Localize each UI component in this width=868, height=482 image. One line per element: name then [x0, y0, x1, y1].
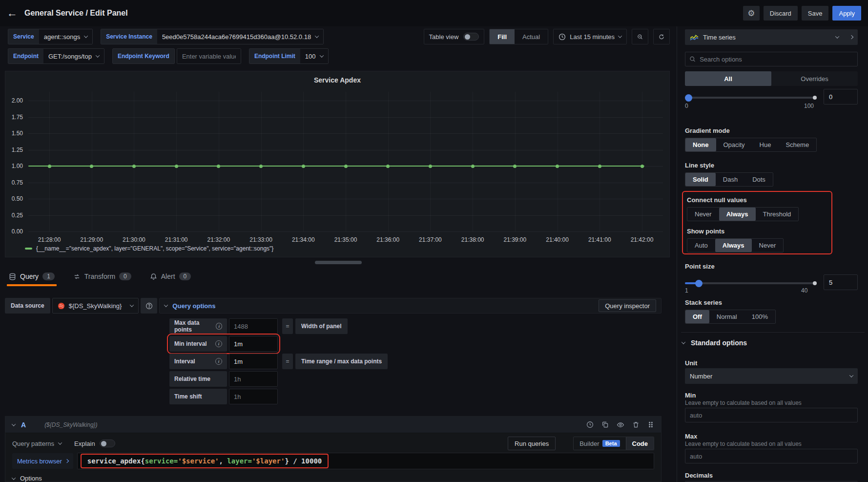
- option-opacity[interactable]: Opacity: [716, 138, 752, 151]
- endpoint-keyword-input[interactable]: [177, 48, 241, 64]
- endpoint-limit-value-dropdown[interactable]: 100: [300, 49, 328, 63]
- slider-handle[interactable]: [685, 94, 692, 102]
- promql-editor-field[interactable]: service_apdex{service='$service', layer=…: [77, 453, 654, 469]
- builder-option[interactable]: Builder Beta: [574, 437, 625, 450]
- query-options-collapse[interactable]: Options: [5, 469, 661, 482]
- point-size-value-input[interactable]: [824, 274, 858, 290]
- endpoint-variable[interactable]: Endpoint GET:/songs/top: [8, 48, 104, 64]
- query-row-header[interactable]: A (${DS_SkyWalking}): [5, 417, 661, 433]
- code-option[interactable]: Code: [626, 437, 654, 450]
- option-100-[interactable]: 100%: [744, 310, 775, 323]
- query-ref-letter: A: [21, 421, 26, 429]
- option-off[interactable]: Off: [685, 310, 709, 323]
- chevron-right-icon[interactable]: [849, 35, 853, 39]
- variables-row-1: Service agent::songs Service Instance 5e…: [8, 29, 324, 44]
- query-option-input[interactable]: 1488: [229, 318, 278, 334]
- tab-query[interactable]: Query 1: [7, 269, 57, 286]
- option-never[interactable]: Never: [687, 208, 719, 221]
- service-value-dropdown[interactable]: agent::songs: [39, 29, 92, 44]
- slider-handle[interactable]: [695, 280, 703, 287]
- tab-alert[interactable]: Alert 0: [148, 269, 193, 286]
- option-auto[interactable]: Auto: [687, 239, 715, 252]
- query-patterns-dropdown[interactable]: Query patterns: [12, 440, 62, 447]
- option-never[interactable]: Never: [752, 239, 784, 252]
- options-search[interactable]: [685, 52, 858, 66]
- timeseries-panel: Service Apdex 21:28:0021:29:0021:30:0021…: [5, 71, 670, 257]
- gear-icon[interactable]: ⚙: [743, 6, 760, 21]
- fill-opacity-value-input[interactable]: [824, 89, 858, 105]
- tab-transform[interactable]: Transform 0: [71, 269, 133, 286]
- option-solid[interactable]: Solid: [685, 173, 716, 186]
- fill-option[interactable]: Fill: [490, 29, 515, 44]
- show-points-group: Show pointsAutoAlwaysNever: [687, 228, 831, 252]
- highlight-box-connect-nulls: Connect null valuesNeverAlwaysThreshold …: [682, 191, 832, 254]
- x-axis-tick: 21:34:00: [285, 236, 322, 243]
- back-arrow-icon[interactable]: ←: [7, 8, 18, 19]
- endpoint-label: Endpoint: [8, 49, 43, 63]
- option-dots[interactable]: Dots: [745, 173, 773, 186]
- unit-select[interactable]: Number: [685, 368, 858, 384]
- option-always[interactable]: Always: [719, 208, 756, 221]
- option-threshold[interactable]: Threshold: [756, 208, 799, 221]
- eye-icon[interactable]: [617, 421, 624, 429]
- query-option-input[interactable]: 1m: [229, 354, 278, 369]
- tab-overrides[interactable]: Overrides: [771, 71, 858, 86]
- query-options-header[interactable]: Query options Query inspector: [159, 298, 661, 314]
- option-dash[interactable]: Dash: [716, 173, 745, 186]
- data-point: [48, 165, 51, 168]
- time-range-picker[interactable]: Last 15 minutes: [553, 29, 627, 44]
- save-button[interactable]: Save: [802, 6, 829, 21]
- tab-all[interactable]: All: [685, 71, 771, 86]
- trash-icon[interactable]: [632, 421, 640, 428]
- table-view-toggle[interactable]: [463, 33, 479, 41]
- endpoint-value-dropdown[interactable]: GET:/songs/top: [43, 49, 104, 63]
- service-instance-variable[interactable]: Service Instance 5eed0e5758a244aca6e7699…: [101, 29, 324, 44]
- option-hue[interactable]: Hue: [752, 138, 779, 151]
- slider-track[interactable]: [685, 282, 816, 284]
- actual-option[interactable]: Actual: [515, 29, 548, 44]
- service-variable[interactable]: Service agent::songs: [8, 29, 93, 44]
- option-none[interactable]: None: [685, 138, 716, 151]
- x-axis-tick: 21:41:00: [581, 236, 618, 243]
- query-option-label-text: Min interval: [174, 340, 207, 347]
- discard-button[interactable]: Discard: [764, 6, 798, 21]
- data-point: [175, 165, 178, 168]
- plot-area[interactable]: 21:28:0021:29:0021:30:0021:31:0021:32:00…: [28, 101, 663, 231]
- min-input[interactable]: [685, 408, 858, 422]
- refresh-button[interactable]: [653, 29, 670, 44]
- standard-options-section[interactable]: Standard options: [682, 339, 747, 347]
- option-scheme[interactable]: Scheme: [778, 138, 816, 151]
- drag-handle-icon[interactable]: [647, 421, 654, 428]
- gridline: [473, 92, 473, 231]
- visualization-picker[interactable]: Time series: [685, 29, 858, 45]
- option-group-label: Stack series: [685, 299, 776, 306]
- query-option-input[interactable]: 1h: [229, 371, 278, 387]
- option-normal[interactable]: Normal: [709, 310, 744, 323]
- decimals-label: Decimals: [685, 472, 713, 479]
- panel-resize-handle[interactable]: [315, 261, 362, 264]
- apply-button[interactable]: Apply: [832, 6, 861, 21]
- x-axis-tick: 21:42:00: [623, 236, 661, 243]
- slider-track[interactable]: [685, 97, 816, 99]
- copy-icon[interactable]: [601, 421, 609, 428]
- fill-actual-switch: Fill Actual: [489, 29, 548, 44]
- options-search-input[interactable]: [700, 56, 853, 63]
- query-option-input[interactable]: 1h: [229, 389, 278, 404]
- promql-expression[interactable]: service_apdex{service='$service', layer=…: [81, 454, 329, 468]
- option-always[interactable]: Always: [715, 239, 752, 252]
- service-instance-value-dropdown[interactable]: 5eed0e5758a244aca6e7699415d360aa@10.52.0…: [157, 29, 323, 44]
- unit-label: Unit: [685, 359, 697, 367]
- run-queries-button[interactable]: Run queries: [508, 437, 556, 450]
- endpoint-limit-variable[interactable]: Endpoint Limit 100: [249, 48, 329, 64]
- history-icon[interactable]: [586, 421, 594, 428]
- legend[interactable]: {__name__="service_apdex", layer="GENERA…: [25, 245, 273, 252]
- max-input[interactable]: [685, 449, 858, 463]
- explain-toggle[interactable]: [100, 440, 115, 447]
- zoom-out-button[interactable]: [632, 29, 648, 44]
- datasource-picker[interactable]: ${DS_SkyWalking}: [52, 298, 139, 314]
- metrics-browser-button[interactable]: Metrics browser: [12, 453, 73, 469]
- help-circle-icon[interactable]: [141, 298, 157, 314]
- data-point: [471, 165, 475, 168]
- query-option-input[interactable]: 1m: [229, 336, 278, 352]
- query-inspector-button[interactable]: Query inspector: [599, 299, 656, 312]
